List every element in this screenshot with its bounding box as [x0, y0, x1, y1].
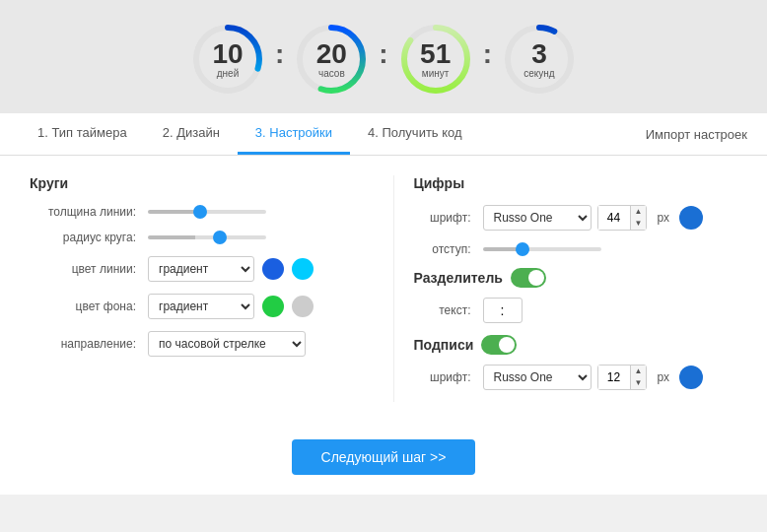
bg-color-select[interactable]: градиент одноцветный	[148, 294, 254, 319]
circles-title: Круги	[30, 175, 354, 191]
bg-color-label: цвет фона:	[30, 299, 148, 313]
timer-value-days: 10	[212, 40, 243, 68]
digits-font-select[interactable]: Russo One Arial Roboto	[483, 205, 592, 231]
timer-circle-hours: 20 часов	[292, 20, 371, 99]
tab-code[interactable]: 4. Получить код	[350, 113, 480, 155]
timer-circle-days: 10 дней	[188, 20, 267, 99]
tabs-bar: 1. Тип таймера 2. Дизайн 3. Настройки 4.…	[0, 113, 767, 156]
separator-section: Разделитель текст:	[414, 268, 738, 323]
tab-settings[interactable]: 3. Настройки	[238, 113, 350, 155]
separator-header: Разделитель	[414, 268, 738, 288]
bg-color-group: градиент одноцветный	[148, 294, 314, 319]
circle-radius-thumb[interactable]	[213, 231, 227, 244]
digits-offset-label: отступ:	[414, 242, 483, 256]
timer-label-seconds: секунд	[523, 68, 554, 79]
main-content: Круги толщина линии: радиус круга: цвет …	[0, 156, 767, 422]
digits-color-dot[interactable]	[679, 206, 703, 230]
digits-font-label: шрифт:	[414, 211, 483, 225]
line-color-dot-2[interactable]	[292, 258, 314, 280]
separator-text-label: текст:	[414, 303, 483, 317]
labels-px-label: px	[657, 370, 669, 384]
line-color-dot-1[interactable]	[262, 258, 284, 280]
labels-header: Подписи	[414, 335, 738, 355]
labels-size-spinner[interactable]: ▲ ▼	[597, 365, 648, 389]
labels-spinner-buttons[interactable]: ▲ ▼	[630, 366, 647, 388]
labels-font-row: шрифт: Russo One Arial Roboto ▲ ▼	[414, 365, 738, 390]
timer-colon-1: :	[275, 38, 284, 70]
digits-title: Цифры	[414, 175, 738, 191]
circle-radius-slider[interactable]	[148, 235, 266, 239]
line-color-row: цвет линии: градиент одноцветный	[30, 256, 354, 282]
digits-size-up[interactable]: ▲	[631, 206, 647, 218]
timer-section: 10 дней : 20 часов :	[0, 0, 767, 113]
timer-colon-3: :	[483, 38, 492, 70]
line-color-select[interactable]: градиент одноцветный	[148, 256, 254, 282]
digits-px-label: px	[657, 211, 669, 225]
line-thickness-slider[interactable]	[148, 210, 266, 214]
labels-section: Подписи шрифт: Russo One Arial Roboto ▲	[414, 335, 738, 390]
digits-size-spinner[interactable]: ▲ ▼	[597, 205, 648, 230]
timer-label-minutes: минут	[420, 68, 451, 79]
separator-toggle[interactable]	[511, 268, 546, 288]
circle-radius-row: радиус круга:	[30, 231, 354, 244]
circles-panel: Круги толщина линии: радиус круга: цвет …	[30, 175, 393, 402]
timer-circle-minutes: 51 минут	[396, 20, 475, 99]
labels-toggle[interactable]	[481, 335, 517, 355]
line-thickness-thumb[interactable]	[193, 205, 207, 219]
right-panel: Цифры шрифт: Russo One Arial Roboto ▲ ▼ …	[393, 175, 738, 402]
circle-radius-label: радиус круга:	[30, 231, 148, 244]
digits-size-down[interactable]: ▼	[631, 218, 647, 230]
labels-title: Подписи	[414, 337, 474, 353]
separator-title: Разделитель	[414, 270, 503, 286]
digits-offset-row: отступ:	[414, 242, 738, 256]
tab-design[interactable]: 2. Дизайн	[145, 113, 238, 155]
timer-label-days: дней	[212, 68, 243, 79]
line-thickness-row: толщина линии:	[30, 205, 354, 219]
labels-size-down[interactable]: ▼	[631, 377, 647, 389]
bg-color-row: цвет фона: градиент одноцветный	[30, 294, 354, 319]
timer-value-minutes: 51	[420, 40, 451, 68]
labels-size-up[interactable]: ▲	[631, 366, 647, 377]
timer-value-hours: 20	[316, 40, 347, 68]
tab-type[interactable]: 1. Тип таймера	[20, 113, 145, 155]
labels-color-dot[interactable]	[679, 366, 703, 389]
direction-select[interactable]: по часовой стрелке против часовой стрелк…	[148, 331, 306, 357]
line-thickness-label: толщина линии:	[30, 205, 148, 219]
line-color-group: градиент одноцветный	[148, 256, 314, 282]
digits-offset-slider[interactable]	[483, 247, 601, 251]
separator-text-input[interactable]	[483, 298, 523, 323]
timer-value-seconds: 3	[523, 40, 554, 68]
digits-font-row: шрифт: Russo One Arial Roboto ▲ ▼ px	[414, 205, 738, 231]
timer-circle-seconds: 3 секунд	[500, 20, 579, 99]
digits-spinner-buttons[interactable]: ▲ ▼	[630, 206, 647, 229]
digits-offset-thumb[interactable]	[516, 242, 529, 256]
labels-font-label: шрифт:	[414, 370, 483, 384]
timer-colon-2: :	[379, 38, 387, 70]
timer-label-hours: часов	[316, 68, 347, 79]
line-color-label: цвет линии:	[30, 262, 148, 276]
direction-row: направление: по часовой стрелке против ч…	[30, 331, 354, 357]
import-settings[interactable]: Импорт настроек	[646, 115, 747, 154]
next-button[interactable]: Следующий шаг >>	[292, 439, 476, 475]
bg-color-dot-1[interactable]	[262, 296, 284, 317]
labels-size-input[interactable]	[598, 366, 630, 388]
separator-text-row: текст:	[414, 298, 738, 323]
direction-label: направление:	[30, 337, 148, 351]
next-button-section: Следующий шаг >>	[0, 422, 767, 495]
labels-font-select[interactable]: Russo One Arial Roboto	[483, 365, 592, 390]
digits-size-input[interactable]	[598, 206, 630, 229]
bg-color-dot-2[interactable]	[292, 296, 314, 317]
